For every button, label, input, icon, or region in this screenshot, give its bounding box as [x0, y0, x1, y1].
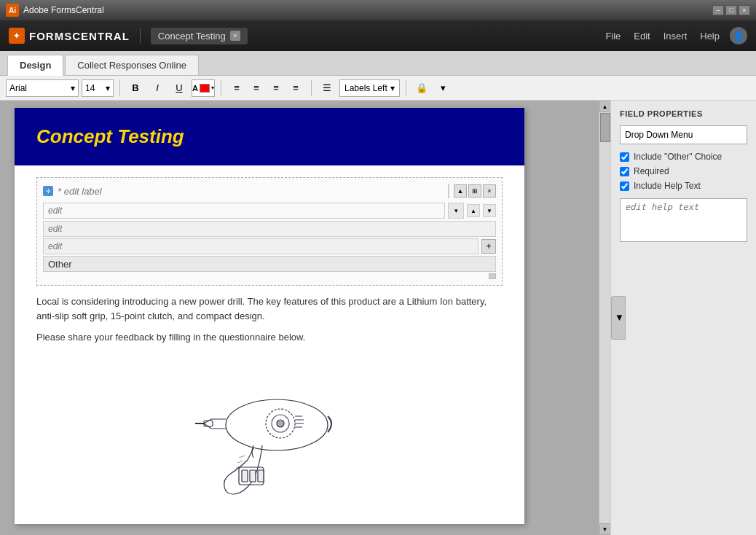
form-description-2: Please share your feedback by filling in… — [36, 330, 503, 345]
checkbox-include-help-text: Include Help Text — [620, 181, 747, 191]
tab-bar: Design Collect Responses Online — [0, 51, 756, 76]
dropdown-field-widget: ✛ ▲ ⊞ × ▾ ▲ ▼ — [36, 177, 503, 286]
bold-button[interactable]: B — [126, 79, 145, 97]
field-scroll-up[interactable]: ▲ — [454, 184, 467, 198]
font-family-value: Arial — [9, 83, 27, 93]
main-scrollbar[interactable]: ▲ ▼ — [599, 101, 610, 535]
field-controls: ▲ ⊞ × — [454, 184, 496, 198]
extra-button[interactable]: ▾ — [434, 79, 453, 97]
svg-rect-4 — [242, 470, 248, 482]
required-checkbox[interactable] — [620, 167, 629, 176]
option-1-input[interactable] — [43, 221, 496, 237]
option-2-input[interactable] — [43, 238, 479, 254]
toolbar: Arial ▾ 14 ▾ B I U A ▾ ≡ ≡ ≡ ≡ ☰ Labels … — [0, 76, 756, 101]
color-arrow: ▾ — [211, 85, 214, 91]
text-color-button[interactable]: A ▾ — [192, 79, 215, 97]
form-page: Concept Testing ✛ ▲ ⊞ × — [15, 108, 524, 524]
logo-icon: ✦ — [9, 28, 25, 44]
svg-rect-6 — [258, 470, 264, 482]
tab-collect-responses[interactable]: Collect Responses Online — [65, 55, 199, 75]
align-center-button[interactable]: ≡ — [247, 79, 266, 97]
labels-align-dropdown[interactable]: Labels Left ▾ — [339, 79, 400, 97]
field-settings[interactable]: ⊞ — [468, 184, 481, 198]
dropdown-arrow-btn[interactable]: ▾ — [448, 203, 464, 219]
field-properties-panel: ◀ FIELD PROPERTIES Drop Down Menu Includ… — [610, 101, 756, 535]
minimize-button[interactable]: – — [712, 5, 724, 15]
field-widget-header: ✛ ▲ ⊞ × — [43, 184, 496, 198]
scroll-down-arrow[interactable]: ▼ — [599, 523, 611, 535]
font-size-select[interactable]: 14 ▾ — [82, 79, 114, 97]
drill-svg — [175, 359, 364, 505]
alignment-group: ≡ ≡ ≡ ≡ — [227, 79, 305, 97]
separator-2 — [221, 80, 221, 96]
svg-rect-1 — [204, 421, 213, 426]
more-options-button[interactable]: 🔒 — [412, 79, 431, 97]
maximize-button[interactable]: □ — [725, 5, 737, 15]
align-left-button[interactable]: ≡ — [227, 79, 246, 97]
include-help-text-label: Include Help Text — [634, 181, 701, 191]
field-scrollbar[interactable] — [489, 273, 496, 279]
labels-align-arrow: ▾ — [390, 83, 395, 93]
include-other-checkbox[interactable] — [620, 152, 629, 162]
close-button[interactable]: × — [739, 5, 750, 15]
form-description-1: Local is considering introducing a new p… — [36, 294, 503, 323]
field-type-value: Drop Down Menu — [625, 130, 693, 140]
checkbox-include-other: Include "Other" Choice — [620, 152, 747, 162]
window-controls[interactable]: – □ × — [712, 5, 750, 15]
form-title: Concept Testing — [36, 125, 184, 147]
svg-line-14 — [239, 456, 245, 458]
dropdown-main-row: ▾ ▲ ▼ — [43, 203, 496, 219]
doc-close-button[interactable]: × — [230, 31, 240, 41]
form-header: Concept Testing — [15, 108, 524, 165]
menu-help[interactable]: Help — [700, 31, 720, 42]
drill-image — [168, 352, 371, 512]
dropdown-scroll-down[interactable]: ▼ — [483, 204, 496, 217]
dropdown-scroll-up[interactable]: ▲ — [467, 204, 480, 217]
label-separator — [448, 184, 449, 198]
logo-text: FORMSCENTRAL — [29, 30, 130, 42]
help-text-textarea[interactable] — [620, 198, 747, 242]
include-help-text-checkbox[interactable] — [620, 181, 629, 191]
user-avatar[interactable]: 👤 — [730, 27, 747, 44]
panel-title: FIELD PROPERTIES — [620, 109, 747, 118]
other-option-label: Other — [43, 256, 496, 272]
font-family-select[interactable]: Arial ▾ — [6, 79, 79, 97]
tab-design[interactable]: Design — [7, 55, 63, 76]
form-body: ✛ ▲ ⊞ × ▾ ▲ ▼ — [15, 165, 524, 524]
menu-insert[interactable]: Insert — [664, 31, 688, 42]
list-button[interactable]: ☰ — [318, 79, 336, 97]
option-row-2: + — [43, 238, 496, 254]
scroll-up-arrow[interactable]: ▲ — [599, 101, 611, 112]
app-logo: ✦ FORMSCENTRAL — [9, 28, 141, 44]
svg-point-9 — [277, 420, 284, 427]
scroll-thumb[interactable] — [600, 113, 610, 142]
field-type-dropdown[interactable]: Drop Down Menu — [620, 125, 747, 144]
align-right-button[interactable]: ≡ — [267, 79, 286, 97]
separator-4 — [406, 80, 406, 96]
header-menu: File Edit Insert Help — [605, 31, 720, 42]
svg-line-15 — [237, 461, 243, 463]
separator-3 — [311, 80, 312, 96]
font-size-arrow: ▾ — [106, 83, 110, 93]
text-color-label: A — [192, 84, 198, 93]
align-justify-button[interactable]: ≡ — [286, 79, 305, 97]
menu-edit[interactable]: Edit — [634, 31, 650, 42]
field-label-input[interactable] — [58, 186, 444, 197]
document-tab[interactable]: Concept Testing × — [151, 28, 248, 44]
font-size-value: 14 — [85, 83, 95, 93]
scroll-track[interactable] — [599, 112, 610, 523]
form-canvas: Concept Testing ✛ ▲ ⊞ × — [0, 101, 599, 535]
include-other-label: Include "Other" Choice — [634, 152, 722, 162]
field-move-handle[interactable]: ✛ — [43, 186, 53, 196]
labels-align-value: Labels Left — [344, 83, 387, 93]
menu-file[interactable]: File — [605, 31, 621, 42]
app-icon: Ai — [6, 4, 19, 17]
dropdown-main-input[interactable] — [43, 203, 445, 219]
doc-name: Concept Testing — [158, 31, 226, 42]
font-family-arrow: ▾ — [71, 83, 75, 93]
field-delete[interactable]: × — [483, 184, 496, 198]
panel-collapse-tab[interactable]: ◀ — [611, 296, 626, 340]
add-option-button[interactable]: + — [481, 239, 496, 254]
underline-button[interactable]: U — [170, 79, 189, 97]
italic-button[interactable]: I — [148, 79, 167, 97]
